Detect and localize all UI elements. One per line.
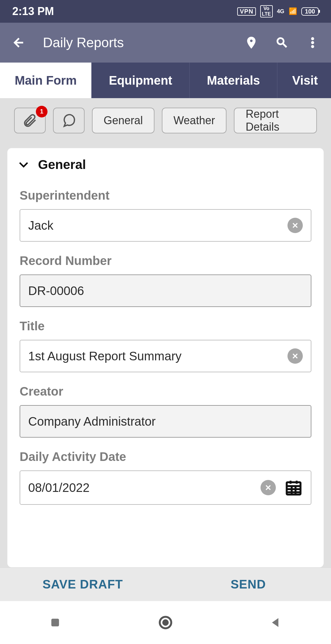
send-button[interactable]: SEND <box>166 577 331 591</box>
x-icon <box>264 484 272 491</box>
action-label: SAVE DRAFT <box>43 577 123 591</box>
pin-icon <box>245 36 258 49</box>
title-input[interactable]: 1st August Report Summary <box>20 340 311 372</box>
field-creator: Creator Company Administrator <box>20 385 311 438</box>
tab-label: Equipment <box>109 74 172 87</box>
tab-label: Main Form <box>15 74 77 87</box>
field-superintendent: Superintendent Jack <box>20 189 311 242</box>
attachments-chip[interactable]: 1 <box>14 108 46 133</box>
attachment-count-badge: 1 <box>36 106 48 117</box>
field-label: Creator <box>20 385 311 398</box>
x-icon <box>291 222 299 229</box>
clear-date-button[interactable] <box>261 480 276 495</box>
status-time: 2:13 PM <box>12 5 54 18</box>
location-button[interactable] <box>242 33 261 52</box>
nav-recents-button[interactable] <box>46 613 64 632</box>
chip-weather[interactable]: Weather <box>162 108 226 133</box>
superintendent-input[interactable]: Jack <box>20 209 311 242</box>
paperclip-icon <box>22 113 37 128</box>
nav-back-button[interactable] <box>267 613 285 632</box>
status-bar: 2:13 PM VPN Vo LTE 4G 📶 100 <box>0 0 331 23</box>
form-card: General Superintendent Jack Record Numbe… <box>7 148 324 567</box>
chip-label: Report Details <box>245 108 305 133</box>
chip-general[interactable]: General <box>92 108 154 133</box>
input-value: DR-00006 <box>28 284 303 298</box>
app-bar: Daily Reports <box>0 23 331 63</box>
tab-equipment[interactable]: Equipment <box>92 63 190 98</box>
field-title: Title 1st August Report Summary <box>20 319 311 372</box>
section-title: General <box>38 157 86 172</box>
calendar-button[interactable] <box>284 478 303 497</box>
circle-icon <box>158 615 173 630</box>
save-draft-button[interactable]: SAVE DRAFT <box>0 577 166 591</box>
field-label: Daily Activity Date <box>20 450 311 464</box>
triangle-left-icon <box>268 615 283 630</box>
search-icon <box>275 36 289 49</box>
bottom-actions: SAVE DRAFT SEND <box>0 567 331 601</box>
tab-bar: Main Form Equipment Materials Visit <box>0 63 331 98</box>
field-label: Record Number <box>20 254 311 268</box>
input-value: 08/01/2022 <box>28 481 261 495</box>
overflow-menu-button[interactable] <box>303 33 322 52</box>
tab-label: Visit <box>292 74 318 87</box>
field-label: Title <box>20 319 311 333</box>
status-battery: 100 <box>301 7 319 16</box>
page-title: Daily Reports <box>43 35 124 50</box>
section-header-general[interactable]: General <box>18 157 311 172</box>
chip-label: Weather <box>173 114 215 127</box>
date-input[interactable]: 08/01/2022 <box>20 470 311 505</box>
status-network: 4G <box>277 8 284 15</box>
chip-report-details[interactable]: Report Details <box>234 108 317 133</box>
chip-row: 1 General Weather Report Details <box>0 98 331 143</box>
field-daily-activity-date: Daily Activity Date 08/01/2022 <box>20 450 311 505</box>
status-volte: Vo LTE <box>260 5 273 17</box>
tab-main-form[interactable]: Main Form <box>0 63 92 98</box>
x-icon <box>291 352 299 360</box>
record-number-input: DR-00006 <box>20 274 311 307</box>
back-button[interactable] <box>9 33 28 52</box>
creator-input: Company Administrator <box>20 405 311 438</box>
svg-point-0 <box>311 37 314 40</box>
svg-point-25 <box>162 619 169 626</box>
clear-superintendent-button[interactable] <box>287 218 303 233</box>
nav-home-button[interactable] <box>156 613 175 632</box>
input-value: Jack <box>28 219 287 232</box>
comment-icon <box>61 113 76 128</box>
clear-title-button[interactable] <box>287 348 303 364</box>
field-record-number: Record Number DR-00006 <box>20 254 311 307</box>
dots-vertical-icon <box>306 36 319 49</box>
arrow-left-icon <box>12 36 25 49</box>
search-button[interactable] <box>273 33 291 52</box>
action-label: SEND <box>230 577 266 591</box>
system-nav-bar <box>0 601 331 644</box>
tab-materials[interactable]: Materials <box>190 63 277 98</box>
tab-visitors[interactable]: Visit <box>277 63 331 98</box>
calendar-icon <box>284 478 303 497</box>
tab-label: Materials <box>207 74 260 87</box>
signal-icon: 📶 <box>289 7 297 15</box>
input-value: Company Administrator <box>28 415 303 428</box>
svg-point-1 <box>311 41 314 44</box>
chevron-down-icon <box>18 159 29 171</box>
chip-label: General <box>104 114 143 127</box>
status-vpn: VPN <box>237 7 256 16</box>
input-value: 1st August Report Summary <box>28 349 287 363</box>
svg-rect-23 <box>51 619 59 627</box>
svg-point-2 <box>311 45 314 48</box>
field-label: Superintendent <box>20 189 311 202</box>
comments-chip[interactable] <box>53 108 85 133</box>
square-icon <box>48 615 63 630</box>
